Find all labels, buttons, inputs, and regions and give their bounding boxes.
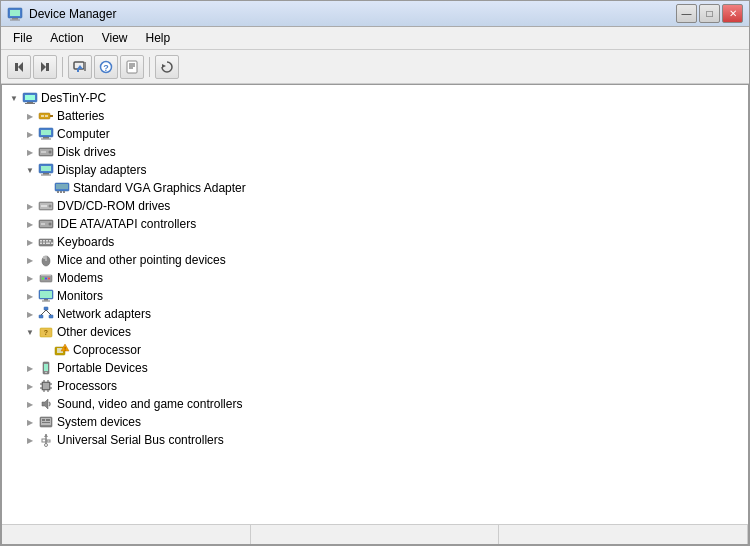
tree-item-batteries[interactable]: ▶ Batteries — [2, 107, 748, 125]
svg-rect-73 — [39, 315, 43, 318]
title-bar-left: Device Manager — [7, 6, 116, 22]
properties-button[interactable] — [120, 55, 144, 79]
expand-portable[interactable]: ▶ — [22, 360, 38, 376]
svg-line-75 — [41, 310, 46, 315]
svg-rect-3 — [10, 19, 20, 20]
title-bar: Device Manager — □ ✕ — [1, 1, 749, 27]
minimize-button[interactable]: — — [676, 4, 697, 23]
tree-item-system[interactable]: ▶ System devices — [2, 413, 748, 431]
expand-display[interactable]: ▼ — [22, 162, 38, 178]
other-icon: ? — [38, 324, 54, 340]
tree-item-keyboard[interactable]: ▶ Keyboards — [2, 233, 748, 251]
expand-ide[interactable]: ▶ — [22, 216, 38, 232]
modem-icon — [38, 270, 54, 286]
batteries-icon — [38, 108, 54, 124]
window-title: Device Manager — [29, 7, 116, 21]
expand-network[interactable]: ▶ — [22, 306, 38, 322]
svg-rect-25 — [41, 115, 44, 117]
tree-item-vga[interactable]: Standard VGA Graphics Adapter — [2, 179, 748, 197]
tree-item-usb[interactable]: ▶ Universal Serial Bus controllers — [2, 431, 748, 449]
expand-system[interactable]: ▶ — [22, 414, 38, 430]
expand-keyboard[interactable]: ▶ — [22, 234, 38, 250]
tree-item-portable[interactable]: ▶ Portable Devices — [2, 359, 748, 377]
tree-item-ide[interactable]: ▶ IDE ATA/ATAPI controllers — [2, 215, 748, 233]
tree-item-dvd[interactable]: ▶ DVD/CD-ROM drives — [2, 197, 748, 215]
expand-mouse[interactable]: ▶ — [22, 252, 38, 268]
expand-processor[interactable]: ▶ — [22, 378, 38, 394]
status-section-2 — [251, 525, 500, 544]
dvd-label: DVD/CD-ROM drives — [57, 199, 170, 213]
tree-item-monitor[interactable]: ▶ Monitors — [2, 287, 748, 305]
status-section-1 — [2, 525, 251, 544]
tree-item-disk[interactable]: ▶ Disk drives — [2, 143, 748, 161]
tree-item-display[interactable]: ▼ Display adapters — [2, 161, 748, 179]
svg-rect-40 — [56, 184, 68, 189]
tree-item-other[interactable]: ▼ ? Other devices — [2, 323, 748, 341]
expand-modem[interactable]: ▶ — [22, 270, 38, 286]
dvd-icon — [38, 198, 54, 214]
ide-icon — [38, 216, 54, 232]
svg-marker-18 — [162, 64, 166, 68]
tree-area[interactable]: ▼ DesTinY-PC ▶ — [2, 85, 748, 524]
refresh-button[interactable] — [155, 55, 179, 79]
expand-monitor[interactable]: ▶ — [22, 288, 38, 304]
toolbar-separator-2 — [149, 57, 150, 77]
back-button[interactable] — [7, 55, 31, 79]
batteries-label: Batteries — [57, 109, 104, 123]
maximize-button[interactable]: □ — [699, 4, 720, 23]
processor-icon — [38, 378, 54, 394]
expand-disk[interactable]: ▶ — [22, 144, 38, 160]
svg-marker-103 — [44, 434, 48, 437]
svg-rect-99 — [42, 419, 45, 421]
expand-dvd[interactable]: ▶ — [22, 198, 38, 214]
expand-root[interactable]: ▼ — [6, 90, 22, 106]
menu-view[interactable]: View — [94, 29, 136, 47]
svg-marker-9 — [77, 65, 83, 69]
network-icon — [38, 306, 54, 322]
svg-rect-56 — [49, 240, 51, 242]
portable-label: Portable Devices — [57, 361, 148, 375]
processor-label: Processors — [57, 379, 117, 393]
close-button[interactable]: ✕ — [722, 4, 743, 23]
svg-rect-53 — [40, 240, 42, 242]
modem-label: Modems — [57, 271, 103, 285]
forward-button[interactable] — [33, 55, 57, 79]
svg-point-106 — [45, 444, 48, 447]
tree-item-computer[interactable]: ▶ Computer — [2, 125, 748, 143]
svg-point-66 — [48, 278, 50, 280]
expand-usb[interactable]: ▶ — [22, 432, 38, 448]
svg-line-76 — [46, 310, 51, 315]
tree-item-mouse[interactable]: ▶ Mice and other pointing devices — [2, 251, 748, 269]
svg-rect-26 — [45, 115, 48, 117]
menu-help[interactable]: Help — [138, 29, 179, 47]
svg-rect-62 — [43, 256, 46, 259]
tree-root[interactable]: ▼ DesTinY-PC — [2, 89, 748, 107]
tree-item-modem[interactable]: ▶ Modems — [2, 269, 748, 287]
tree-item-coprocessor[interactable]: ! Coprocessor — [2, 341, 748, 359]
tree-item-network[interactable]: ▶ Network adapters — [2, 305, 748, 323]
system-icon — [38, 414, 54, 430]
menu-action[interactable]: Action — [42, 29, 91, 47]
help-button[interactable]: ? — [94, 55, 118, 79]
svg-rect-57 — [40, 243, 42, 245]
tree-item-sound[interactable]: ▶ Sound, video and game controllers — [2, 395, 748, 413]
svg-rect-55 — [46, 240, 48, 242]
svg-marker-96 — [42, 399, 48, 409]
expand-batteries[interactable]: ▶ — [22, 108, 38, 124]
expand-other[interactable]: ▼ — [22, 324, 38, 340]
disk-label: Disk drives — [57, 145, 116, 159]
expand-computer[interactable]: ▶ — [22, 126, 38, 142]
expand-sound[interactable]: ▶ — [22, 396, 38, 412]
svg-rect-100 — [46, 419, 50, 421]
tree-item-processor[interactable]: ▶ Processors — [2, 377, 748, 395]
computer-icon — [38, 126, 54, 142]
svg-point-46 — [49, 205, 52, 208]
up-button[interactable] — [68, 55, 92, 79]
keyboard-icon — [38, 234, 54, 250]
svg-rect-72 — [44, 307, 48, 310]
svg-point-64 — [42, 278, 44, 280]
svg-rect-34 — [41, 151, 46, 153]
monitor-icon — [38, 288, 54, 304]
svg-rect-60 — [51, 243, 53, 245]
menu-file[interactable]: File — [5, 29, 40, 47]
